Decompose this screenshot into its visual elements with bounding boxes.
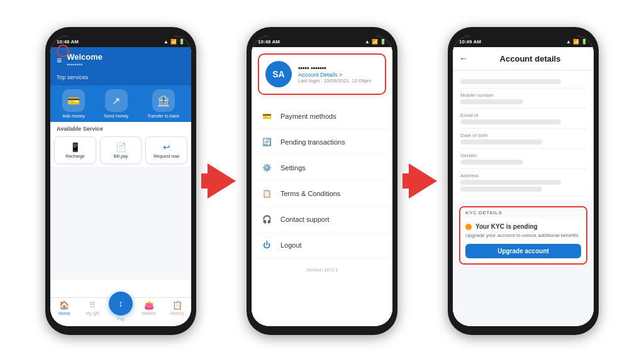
- detail-row-email: Email id: [460, 109, 586, 129]
- phone2-content: SA ••••• ••••••• Account Details > Last …: [252, 47, 392, 326]
- send-money-label: Send money: [104, 114, 128, 118]
- recharge-label: Recharge: [65, 154, 84, 158]
- menu-pending-transactions[interactable]: 🔄 Pending transactions: [252, 129, 392, 155]
- pay-label: Pay: [117, 317, 125, 321]
- myqr-icon: ⠿: [89, 300, 96, 310]
- address-value-blurred-1: [460, 180, 561, 185]
- menu-list: 💳 Payment methods 🔄 Pending transactions…: [252, 101, 392, 261]
- nav-home[interactable]: 🏠 Home: [50, 300, 79, 324]
- settings-label: Settings: [280, 164, 306, 172]
- myqr-label: My QR: [86, 311, 99, 315]
- gender-value-blurred: [460, 160, 523, 165]
- payment-methods-icon: 💳: [260, 110, 273, 123]
- service-send-money[interactable]: ↗ Send money: [104, 89, 128, 118]
- signal-icon-3: ▲: [566, 39, 571, 45]
- phone-1: 10:48 AM ▲ 📶 🔋 ≡ Welcome •••••••• Top se…: [45, 27, 196, 335]
- main-scene: 10:48 AM ▲ 📶 🔋 ≡ Welcome •••••••• Top se…: [0, 0, 644, 362]
- arrow-2: [404, 163, 441, 199]
- nav-history[interactable]: 📋 History: [163, 300, 191, 324]
- pending-transactions-icon: 🔄: [260, 136, 273, 148]
- phone-3: 10:49 AM ▲ 📶 🔋 ← Account details: [448, 27, 599, 335]
- phone3-content: ← Account details Mobile number Email id: [453, 47, 594, 326]
- upgrade-account-button[interactable]: Upgrade account: [465, 244, 581, 258]
- status-icons-3: ▲ 📶 🔋: [566, 39, 587, 45]
- phone-2: 10:48 AM ▲ 📶 🔋 SA ••••• ••••••• Ac: [247, 27, 397, 335]
- top-services-label: Top services: [50, 73, 191, 85]
- recharge-icon: 📱: [70, 142, 80, 152]
- avatar-initials: SA: [272, 69, 284, 79]
- sub-service-bill-pay[interactable]: 📄 Bill pay: [100, 136, 142, 164]
- detail-row-mobile: Mobile number: [460, 89, 586, 109]
- bill-pay-icon: 📄: [116, 142, 126, 152]
- account-details-link[interactable]: Account Details >: [298, 72, 372, 78]
- sub-services: 📱 Recharge 📄 Bill pay ↩ Request now: [50, 134, 191, 167]
- wallets-label: Wallets: [142, 311, 156, 315]
- arrow-2-shape: [409, 163, 437, 199]
- status-bar-2: 10:48 AM ▲ 📶 🔋: [252, 36, 392, 47]
- detail-row-gender: Gender: [460, 149, 586, 169]
- detail-section: Mobile number Email id Date of birth Gen…: [453, 70, 594, 201]
- kyc-status-row: Your KYC is pending: [465, 223, 581, 230]
- available-service-label: Available Service: [50, 122, 191, 134]
- contact-support-label: Contact support: [280, 216, 330, 223]
- kyc-header: KYC DETAILS: [460, 207, 586, 218]
- status-bar-3: 10:49 AM ▲ 📶 🔋: [453, 36, 594, 47]
- nav-wallets[interactable]: 👛 Wallets: [135, 300, 163, 324]
- phone1-header: ≡ Welcome ••••••••: [50, 47, 191, 73]
- phone1-body: [50, 167, 191, 280]
- avatar: SA: [265, 61, 292, 87]
- request-now-icon: ↩: [163, 142, 170, 152]
- menu-logout[interactable]: ⏻ Logout: [252, 233, 392, 258]
- signal-icon-2: ▲: [365, 39, 370, 45]
- kyc-description: Upgrade your account to unlock additiona…: [465, 233, 581, 239]
- pay-fab-icon[interactable]: ↕: [109, 292, 133, 315]
- wifi-icon-3: 📶: [573, 39, 579, 45]
- nav-myqr[interactable]: ⠿ My QR: [79, 300, 107, 324]
- add-money-label: Add money: [62, 114, 84, 118]
- bottom-nav: 🏠 Home ⠿ My QR ↕ Pay 👛 Wallets 📋 Hi: [50, 297, 191, 326]
- wallets-icon: 👛: [144, 300, 154, 310]
- menu-payment-methods[interactable]: 💳 Payment methods: [252, 104, 392, 129]
- version-text: Version 10.0.1: [252, 261, 392, 279]
- phone-2-screen: 10:48 AM ▲ 📶 🔋 SA ••••• ••••••• Ac: [252, 36, 392, 326]
- last-login-text: Last login : 19/09/2021, 12:09pm: [298, 78, 372, 84]
- kyc-section: KYC DETAILS Your KYC is pending Upgrade …: [459, 206, 587, 265]
- home-icon: 🏠: [59, 300, 69, 310]
- account-title: Account details: [473, 54, 587, 63]
- mobile-label: Mobile number: [460, 92, 586, 98]
- status-time-3: 10:49 AM: [459, 39, 481, 45]
- service-add-money[interactable]: 💳 Add money: [62, 89, 85, 118]
- nav-pay[interactable]: ↕ Pay: [107, 300, 135, 324]
- terms-conditions-icon: 📋: [260, 187, 273, 200]
- status-icons-1: ▲ 📶 🔋: [164, 39, 185, 45]
- battery-icon-2: 🔋: [380, 39, 386, 45]
- kyc-pending-indicator: [465, 224, 472, 230]
- mobile-value-blurred: [460, 99, 523, 104]
- pending-transactions-label: Pending transactions: [280, 138, 345, 146]
- profile-name: ••••• •••••••: [298, 65, 372, 72]
- settings-icon: ⚙️: [260, 162, 273, 174]
- menu-terms-conditions[interactable]: 📋 Terms & Conditions: [252, 181, 392, 207]
- send-money-icon: ↗: [105, 89, 128, 112]
- detail-row-dob: Date of birth: [460, 129, 586, 149]
- dob-value-blurred: [460, 140, 542, 145]
- bill-pay-label: Bill pay: [114, 154, 128, 158]
- service-transfer-bank[interactable]: 🏦 Transfer to bank: [147, 89, 179, 118]
- phone-1-screen: 10:48 AM ▲ 📶 🔋 ≡ Welcome •••••••• Top se…: [50, 36, 191, 326]
- sub-service-request-now[interactable]: ↩ Request now: [145, 136, 187, 164]
- account-details-text: Account Details >: [298, 72, 342, 78]
- profile-card[interactable]: SA ••••• ••••••• Account Details > Last …: [258, 53, 386, 95]
- menu-settings[interactable]: ⚙️ Settings: [252, 155, 392, 181]
- contact-support-icon: 🎧: [260, 213, 273, 226]
- sub-service-recharge[interactable]: 📱 Recharge: [54, 136, 96, 164]
- menu-contact-support[interactable]: 🎧 Contact support: [252, 207, 392, 233]
- profile-info: ••••• ••••••• Account Details > Last log…: [298, 65, 372, 84]
- address-label: Address: [460, 173, 586, 178]
- address-value-blurred-2: [460, 187, 542, 192]
- add-money-icon: 💳: [62, 89, 85, 112]
- status-time-1: 10:48 AM: [57, 39, 79, 45]
- back-button[interactable]: ←: [459, 53, 468, 63]
- status-icons-2: ▲ 📶 🔋: [365, 39, 386, 45]
- status-bar-1: 10:48 AM ▲ 📶 🔋: [50, 36, 191, 47]
- wifi-icon-2: 📶: [372, 39, 378, 45]
